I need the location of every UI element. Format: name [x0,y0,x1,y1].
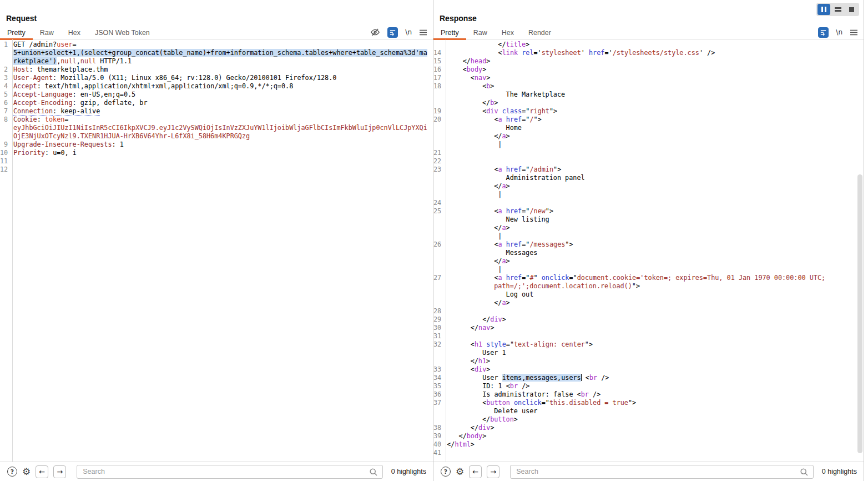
response-scrollbar [857,39,862,462]
request-toolbar: \n [370,26,427,39]
layout-switcher [816,3,859,16]
gear-icon[interactable]: ⚙ [22,466,31,477]
response-tab-hex[interactable]: Hex [494,26,521,39]
search-next-button[interactable]: → [53,465,66,478]
search-next-button[interactable]: → [487,465,499,478]
response-gutter-divider [446,39,446,462]
response-tab-render[interactable]: Render [521,26,558,39]
search-prev-button[interactable]: ← [469,465,482,478]
response-search-input[interactable] [511,465,813,478]
columns-layout-button[interactable] [817,4,830,15]
prettify-toggle-icon[interactable] [387,27,398,38]
request-statusbar: ? ⚙ ← → 0 highlights [0,462,433,481]
request-code: 1GET /admin?user=5+union+select+1,(selec… [0,41,433,174]
response-title: Response [440,14,477,23]
request-search-box [77,465,383,479]
menu-icon[interactable] [419,29,427,36]
request-tab-hex[interactable]: Hex [61,26,88,39]
request-tab-pretty[interactable]: Pretty [0,26,33,39]
response-statusbar: ? ⚙ ← → 0 highlights [433,462,864,481]
response-scrollbar-thumb[interactable] [857,174,862,453]
response-search-box [510,465,814,479]
collapsed-inspector-strip[interactable] [864,0,868,481]
search-icon [369,468,378,479]
single-panel-layout-button[interactable] [845,4,858,15]
newline-toggle-icon[interactable]: \n [405,28,412,36]
request-tabs: PrettyRawHexJSON Web Token [0,26,433,39]
request-editor[interactable]: 1GET /admin?user=5+union+select+1,(selec… [0,39,433,462]
request-title: Request [6,14,37,23]
prettify-toggle-icon[interactable] [818,27,829,38]
help-icon[interactable]: ? [7,467,17,477]
request-tab-json-web-token[interactable]: JSON Web Token [88,26,157,39]
response-tab-pretty[interactable]: Pretty [433,26,466,39]
response-toolbar: \n [818,26,858,39]
rows-layout-button[interactable] [831,4,844,15]
response-editor[interactable]: </title>14 <link rel='stylesheet' href='… [433,39,864,462]
request-pane: Request PrettyRawHexJSON Web Token \n 1G… [0,0,433,481]
response-pane: Response PrettyRawHexRender \n </title>1… [433,0,864,481]
newline-toggle-icon[interactable]: \n [836,28,842,36]
request-highlights-count: 0 highlights [391,468,426,475]
request-gutter-divider [12,39,13,462]
menu-icon[interactable] [850,29,858,36]
search-prev-button[interactable]: ← [36,465,48,478]
response-code: </title>14 <link rel='stylesheet' href='… [433,41,864,457]
gear-icon[interactable]: ⚙ [456,466,464,477]
request-search-input[interactable] [77,465,382,478]
eye-slash-icon[interactable] [370,27,380,37]
response-tabs: PrettyRawHexRender [433,26,864,39]
request-tab-raw[interactable]: Raw [33,26,61,39]
response-highlights-count: 0 highlights [822,468,857,475]
response-tab-raw[interactable]: Raw [466,26,494,39]
search-icon [800,468,809,479]
help-icon[interactable]: ? [441,467,451,477]
